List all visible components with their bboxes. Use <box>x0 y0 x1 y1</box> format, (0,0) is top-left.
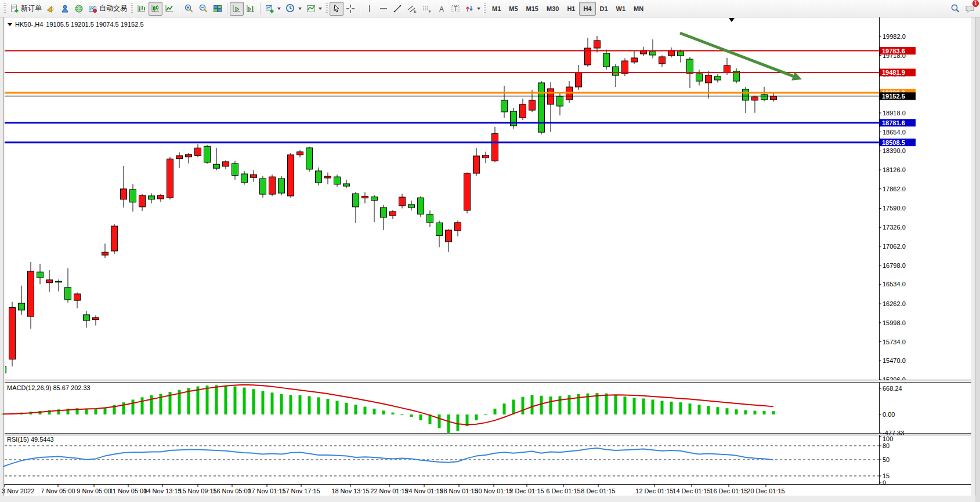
time-tick-label[interactable]: 14 Nov 13:15 <box>143 488 181 494</box>
search-button[interactable] <box>948 2 963 16</box>
time-tick-label[interactable]: 16 Dec 01:15 <box>710 488 747 494</box>
price-tick-label: 16262.0 <box>883 300 906 307</box>
toolbar-grip[interactable] <box>325 3 328 14</box>
timeframe-m1-button[interactable]: M1 <box>488 2 505 16</box>
rsi-indicator-label: RSI(15) 49.5443 <box>7 436 54 443</box>
timeframe-h4-button[interactable]: H4 <box>579 2 595 16</box>
timeframe-w1-button[interactable]: W1 <box>612 2 630 16</box>
signals-button[interactable] <box>72 2 86 16</box>
time-tick-label[interactable]: 16 Nov 05:00 <box>213 488 251 494</box>
search-icon <box>950 3 960 13</box>
time-tick-label[interactable]: 11 Nov 05:00 <box>110 488 147 494</box>
new-chart-button[interactable] <box>263 2 283 16</box>
time-tick-label[interactable]: 18 Nov 13:15 <box>331 488 369 494</box>
time-tick-label[interactable]: 28 Nov 01:15 <box>440 488 478 494</box>
time-tick-label[interactable]: 3 Nov 2022 <box>2 488 34 494</box>
macd-tick-label: 668.24 <box>883 385 902 392</box>
time-tick-label[interactable]: 12 Dec 01:15 <box>635 488 673 494</box>
market-watch-button[interactable] <box>58 2 72 16</box>
toolbar-separator <box>227 3 227 14</box>
fibonacci-button[interactable]: F <box>420 2 435 16</box>
time-tick-label[interactable]: 9 Nov 05:00 <box>77 488 111 494</box>
price-tick-label: 18126.0 <box>883 166 906 173</box>
ohlc-bars-icon <box>137 4 146 13</box>
svg-text:T: T <box>454 5 458 12</box>
rsi-tick-label: 0 <box>883 479 886 486</box>
rsi-tick-label: 100 <box>883 435 893 442</box>
time-tick-label[interactable]: 2 Dec 01:15 <box>509 488 544 494</box>
crosshair-button[interactable] <box>343 2 357 16</box>
vertical-line-button[interactable] <box>363 2 377 16</box>
time-tick-label[interactable]: 17 Nov 01:15 <box>248 488 285 494</box>
price-tick-label: 15734.0 <box>883 339 906 345</box>
equidistant-channel-button[interactable]: E <box>404 2 420 16</box>
svg-text:E: E <box>414 9 417 13</box>
zoom-in-icon <box>184 3 194 13</box>
timeframe-group: M1M5M15M30H1H4D1W1MN <box>488 2 648 16</box>
timeframe-h1-button[interactable]: H1 <box>563 2 579 16</box>
trendline-button[interactable] <box>390 2 404 16</box>
zoom-out-button[interactable] <box>196 2 211 16</box>
time-tick-label[interactable]: 30 Nov 01:15 <box>475 488 512 494</box>
horizontal-line-icon <box>379 4 388 13</box>
fibonacci-icon: F <box>422 4 432 13</box>
tile-windows-icon <box>213 4 222 13</box>
candlestick-chart-button[interactable] <box>149 2 162 16</box>
auto-trading-button[interactable]: 自动交易 <box>86 2 129 16</box>
indicators-button[interactable] <box>304 2 324 16</box>
toolbar-separator <box>179 3 179 14</box>
timeframe-mn-button[interactable]: MN <box>630 2 648 16</box>
toolbar-grip[interactable] <box>3 3 6 14</box>
time-tick-label[interactable]: 20 Dec 01:15 <box>747 488 784 494</box>
zoom-in-button[interactable] <box>182 2 196 16</box>
macd-indicator-label: MACD(12,26,9) 85.67 202.33 <box>7 384 91 391</box>
dropdown-arrow-icon <box>319 8 322 10</box>
crosshair-icon <box>346 4 355 13</box>
time-tick-label[interactable]: 15 Nov 09:15 <box>179 488 216 494</box>
chart-title: HK50-,H4 19105.5 19201.5 19074.5 19152.5 <box>8 21 144 28</box>
time-tick-label[interactable]: 22 Nov 01:15 <box>370 488 408 494</box>
news-button[interactable] <box>44 2 58 16</box>
auto-scroll-icon <box>232 4 241 13</box>
text-a-icon: A <box>437 4 446 13</box>
time-tick-label[interactable]: 24 Nov 01:15 <box>405 488 443 494</box>
chart-shift-button[interactable] <box>244 2 258 16</box>
toolbar-separator <box>260 3 261 14</box>
timeframe-m30-button[interactable]: M30 <box>543 2 563 16</box>
time-tick-label[interactable]: 7 Nov 05:00 <box>41 488 75 494</box>
trendline-icon <box>393 4 402 13</box>
time-tick-label[interactable]: 17 Nov 17:15 <box>282 488 320 494</box>
period-button[interactable] <box>283 2 304 16</box>
time-tick-label[interactable]: 6 Dec 01:15 <box>546 488 580 494</box>
time-tick-label[interactable]: 14 Dec 01:15 <box>672 488 710 494</box>
cursor-button[interactable] <box>330 2 343 16</box>
price-tick-label: 18654.0 <box>883 129 906 136</box>
timeframe-m15-button[interactable]: M15 <box>522 2 543 16</box>
text-button[interactable]: A <box>435 2 449 16</box>
time-tick-label[interactable]: 8 Dec 01:15 <box>581 488 615 494</box>
price-tick-label: 17862.0 <box>883 185 906 192</box>
person-icon <box>60 4 70 13</box>
price-tick-label: 18918.0 <box>883 110 906 117</box>
price-tick-label: 19982.0 <box>883 33 906 40</box>
toolbar: 新订单 自动交易 <box>0 0 980 17</box>
dropdown-arrow-icon <box>477 8 480 10</box>
auto-scroll-button[interactable] <box>230 2 244 16</box>
notifications-button[interactable]: 1 <box>963 2 978 16</box>
text-label-button[interactable]: T <box>449 2 462 16</box>
toolbar-grip[interactable] <box>130 3 133 14</box>
chart-canvas[interactable]: 19982.019718.019454.018918.018654.018390… <box>0 0 980 502</box>
timeframe-m5-button[interactable]: M5 <box>505 2 522 16</box>
chart-dropdown-arrow-icon[interactable] <box>8 23 12 26</box>
timeframe-d1-button[interactable]: D1 <box>596 2 612 16</box>
horizontal-line-button[interactable] <box>377 2 390 16</box>
bar-chart-button[interactable] <box>135 2 149 16</box>
text-label-icon: T <box>451 4 460 13</box>
line-chart-button[interactable] <box>162 2 176 16</box>
auto-trading-label: 自动交易 <box>99 3 127 13</box>
horn-icon <box>46 4 56 13</box>
new-order-button[interactable]: 新订单 <box>8 2 44 16</box>
arrows-button[interactable] <box>462 2 483 16</box>
toolbar-grip[interactable] <box>483 3 486 14</box>
tile-windows-button[interactable] <box>211 2 225 16</box>
